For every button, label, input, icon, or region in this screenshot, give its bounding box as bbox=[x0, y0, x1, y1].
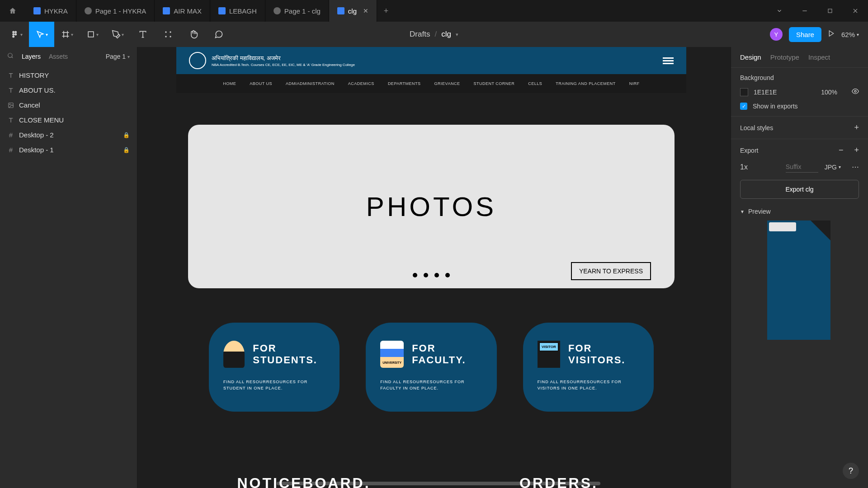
hero-section: PHOTOS YEARN TO EXPRESS bbox=[188, 125, 675, 288]
shape-tool[interactable]: ▾ bbox=[80, 22, 105, 47]
layer-item[interactable]: TCLOSE MENU bbox=[0, 113, 137, 127]
tab-hykra[interactable]: HYKRA bbox=[25, 0, 76, 22]
svg-rect-1 bbox=[828, 9, 832, 13]
comment-tool[interactable] bbox=[206, 22, 231, 47]
search-icon[interactable] bbox=[7, 52, 14, 61]
frame-icon: # bbox=[7, 131, 14, 139]
svg-point-7 bbox=[14, 31, 17, 33]
assets-tab[interactable]: Assets bbox=[49, 53, 68, 60]
layer-item[interactable]: #Desktop - 1🔒 bbox=[0, 142, 137, 157]
remove-export-button[interactable]: − bbox=[839, 145, 844, 155]
export-button[interactable]: Export clg bbox=[740, 180, 859, 199]
nav-item: ABOUT US bbox=[250, 81, 272, 86]
site-logo bbox=[189, 52, 206, 69]
resources-tool[interactable] bbox=[156, 22, 181, 47]
inspect-tab[interactable]: Inspect bbox=[808, 53, 830, 61]
local-styles-label: Local styles bbox=[740, 124, 773, 131]
export-scale[interactable]: 1x bbox=[740, 163, 748, 171]
nav-item: CELLS bbox=[528, 81, 542, 86]
layer-item[interactable]: #Desktop - 2🔒 bbox=[0, 127, 137, 142]
layers-tab[interactable]: Layers bbox=[22, 53, 41, 60]
maximize-button[interactable] bbox=[817, 0, 843, 22]
frame-tool[interactable]: ▾ bbox=[54, 22, 80, 47]
close-icon[interactable]: ✕ bbox=[363, 7, 368, 14]
color-opacity[interactable]: 100% bbox=[821, 89, 837, 96]
export-options-button[interactable]: ⋯ bbox=[852, 163, 859, 171]
nav-item: ADMIADMINISTRATION bbox=[286, 81, 335, 86]
text-icon: T bbox=[7, 117, 14, 124]
preview-toggle[interactable]: ▼ Preview bbox=[740, 208, 859, 215]
add-export-button[interactable]: + bbox=[854, 145, 859, 155]
student-icon bbox=[223, 341, 245, 368]
add-tab-button[interactable]: + bbox=[377, 6, 395, 16]
chevron-down-icon[interactable] bbox=[767, 0, 792, 22]
present-button[interactable] bbox=[828, 30, 835, 39]
show-exports-checkbox[interactable]: ✓ bbox=[740, 103, 747, 110]
nav-item: HOME bbox=[223, 81, 236, 86]
svg-point-19 bbox=[170, 36, 171, 37]
nav-item: GRIEVANCE bbox=[434, 81, 460, 86]
svg-point-24 bbox=[9, 104, 10, 105]
hero-title: PHOTOS bbox=[366, 191, 496, 222]
visibility-icon[interactable] bbox=[852, 88, 859, 96]
export-suffix-input[interactable] bbox=[786, 161, 818, 173]
move-tool[interactable]: ▾ bbox=[29, 22, 54, 47]
prototype-tab[interactable]: Prototype bbox=[770, 53, 799, 61]
visitor-icon bbox=[538, 341, 560, 368]
svg-point-8 bbox=[14, 33, 17, 36]
image-icon bbox=[7, 102, 14, 109]
card-faculty: FOR FACULTY. FIND ALL RESOURRESOURCES FO… bbox=[366, 323, 496, 412]
layer-item[interactable]: THISTORY bbox=[0, 68, 137, 83]
breadcrumb-parent[interactable]: Drafts bbox=[410, 30, 430, 39]
home-tab[interactable] bbox=[0, 0, 25, 22]
color-hex[interactable]: 1E1E1E bbox=[754, 89, 777, 96]
tab-page1-clg[interactable]: Page 1 - clg bbox=[265, 0, 329, 22]
chevron-down-icon[interactable]: ▾ bbox=[456, 32, 458, 38]
add-style-button[interactable]: + bbox=[854, 123, 859, 132]
color-swatch[interactable] bbox=[740, 88, 748, 96]
text-tool[interactable] bbox=[130, 22, 156, 47]
toolbar: ▾ ▾ ▾ ▾ ▾ Drafts / clg ▾ Y Share 62%▾ bbox=[0, 22, 868, 47]
zoom-control[interactable]: 62%▾ bbox=[841, 31, 859, 38]
tab-lebagh[interactable]: LEBAGH bbox=[210, 0, 265, 22]
close-window-button[interactable] bbox=[843, 0, 868, 22]
svg-point-5 bbox=[12, 33, 14, 36]
nav-item: STUDENT CORNER bbox=[473, 81, 514, 86]
orders-section: ORDERS. bbox=[458, 475, 659, 488]
svg-marker-20 bbox=[829, 31, 833, 36]
pen-tool[interactable]: ▾ bbox=[105, 22, 130, 47]
tab-page1-hykra[interactable]: Page 1 - HYKRA bbox=[76, 0, 155, 22]
layer-item[interactable]: TABOUT US. bbox=[0, 83, 137, 98]
noticeboard-section: NOTICEBOARD. bbox=[203, 475, 404, 488]
share-button[interactable]: Share bbox=[789, 27, 821, 42]
hero-cta: YEARN TO EXPRESS bbox=[571, 262, 651, 280]
layer-item[interactable]: Cancel bbox=[0, 98, 137, 113]
background-label: Background bbox=[740, 74, 859, 81]
card-visitors: FOR VISITORS. FIND ALL RESOURRESOURCES F… bbox=[523, 323, 654, 412]
avatar[interactable]: Y bbox=[770, 28, 783, 41]
svg-point-16 bbox=[165, 31, 166, 33]
breadcrumb-current[interactable]: clg bbox=[441, 30, 451, 39]
design-frame[interactable]: अभियांत्रिकी महाविद्यालय, अजमेर NBA Accr… bbox=[176, 47, 686, 488]
minimize-button[interactable] bbox=[792, 0, 817, 22]
text-icon: T bbox=[7, 87, 14, 94]
export-format-select[interactable]: JPG▾ bbox=[825, 164, 841, 171]
window-tabbar: HYKRA Page 1 - HYKRA AIR MAX LEBAGH Page… bbox=[0, 0, 868, 22]
site-subtitle: NBA Accredited B.Tech. Courses CE, ECE, … bbox=[212, 63, 355, 67]
tab-clg[interactable]: clg✕ bbox=[329, 0, 377, 22]
hand-tool[interactable] bbox=[181, 22, 206, 47]
help-button[interactable]: ? bbox=[843, 463, 859, 479]
frame-icon: # bbox=[7, 146, 14, 154]
canvas[interactable]: अभियांत्रिकी महाविद्यालय, अजमेर NBA Accr… bbox=[137, 47, 731, 488]
design-tab[interactable]: Design bbox=[740, 53, 761, 61]
page-selector[interactable]: Page 1▾ bbox=[106, 53, 130, 60]
svg-rect-13 bbox=[88, 32, 94, 37]
figma-menu-button[interactable]: ▾ bbox=[4, 22, 29, 47]
nav-item: NIRF bbox=[629, 81, 640, 86]
site-nav: HOME ABOUT US ADMIADMINISTRATION ACADEMI… bbox=[176, 74, 686, 93]
layer-list: THISTORY TABOUT US. Cancel TCLOSE MENU #… bbox=[0, 66, 137, 159]
tab-airmax[interactable]: AIR MAX bbox=[155, 0, 210, 22]
card-students: FOR STUDENTS. FIND ALL RESOURRESOURCES F… bbox=[209, 323, 340, 412]
carousel-dots bbox=[413, 273, 450, 277]
lock-icon: 🔒 bbox=[123, 132, 130, 138]
